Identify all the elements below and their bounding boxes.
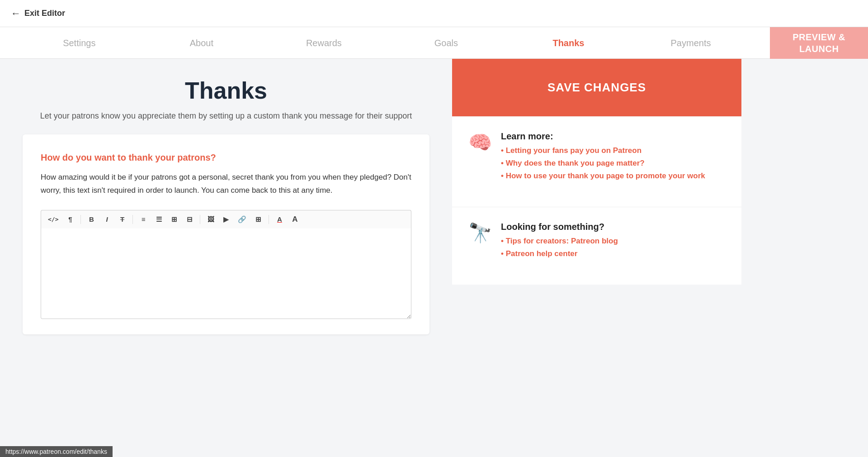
page-subtitle: Let your patrons know you appreciate the… [23,111,429,121]
toolbar-separator-2 [132,215,133,224]
back-arrow-icon: ← [11,8,21,19]
toolbar-separator-1 [80,215,81,224]
nav-item-settings[interactable]: Settings [18,27,141,59]
right-panel: SAVE CHANGES 🧠 Learn more: Letting your … [452,59,741,352]
font-color-btn[interactable]: A [273,214,286,225]
learn-more-link-1[interactable]: Letting your fans pay you on Patreon [501,146,705,155]
save-changes-button[interactable]: SAVE CHANGES [452,59,741,116]
italic-btn[interactable]: I [100,214,113,225]
exit-editor-button[interactable]: ← Exit Editor [11,8,65,19]
learn-more-content: Learn more: Letting your fans pay you on… [501,131,705,184]
learn-more-heading: Learn more: [501,131,705,142]
editor-question: How do you want to thank your patrons? [41,152,411,163]
outdent-btn[interactable]: ⊟ [183,214,196,225]
status-url: https://www.patreon.com/edit/thanks [5,448,107,455]
learn-more-header: 🧠 Learn more: Letting your fans pay you … [468,131,725,184]
video-btn[interactable]: ▶ [219,214,233,225]
nav-item-goals[interactable]: Goals [385,27,508,59]
exit-editor-label: Exit Editor [24,9,65,18]
top-bar: ← Exit Editor [0,0,868,27]
editor-toolbar: </> ¶ B I T ≡ ☰ ⊞ ⊟ 🖼 ▶ 🔗 ⊞ A A [41,210,411,228]
main-nav: Settings About Rewards Goals Thanks Paym… [0,27,868,59]
nav-item-thanks[interactable]: Thanks [507,27,630,59]
learn-more-link-2[interactable]: Why does the thank you page matter? [501,159,705,168]
status-bar: https://www.patreon.com/edit/thanks [0,446,113,457]
align-btn[interactable]: ⊞ [251,214,265,225]
paragraph-btn[interactable]: ¶ [63,214,77,225]
page-title-area: Thanks Let your patrons know you appreci… [23,77,429,121]
link-btn[interactable]: 🔗 [235,214,250,225]
bold-btn[interactable]: B [85,214,98,225]
strike-btn[interactable]: T [115,214,129,225]
ordered-list-btn[interactable]: ☰ [152,214,165,225]
toolbar-separator-4 [269,215,269,224]
nav-item-payments[interactable]: Payments [630,27,752,59]
editor-textarea[interactable] [41,228,411,319]
looking-for-card: 🔭 Looking for something? Tips for creato… [452,207,741,285]
preview-launch-button[interactable]: PREVIEW &LAUNCH [770,27,868,59]
binoculars-icon: 🔭 [468,222,492,244]
unordered-list-btn[interactable]: ≡ [137,214,150,225]
main-content: Thanks Let your patrons know you appreci… [0,59,868,352]
nav-item-about[interactable]: About [141,27,263,59]
editor-description: How amazing would it be if your patrons … [41,171,411,197]
looking-for-content: Looking for something? Tips for creators… [501,222,618,262]
learn-more-card: 🧠 Learn more: Letting your fans pay you … [452,116,741,207]
learn-more-link-3[interactable]: How to use your thank you page to promot… [501,171,705,181]
left-panel: Thanks Let your patrons know you appreci… [0,59,452,352]
looking-for-link-2[interactable]: Patreon help center [501,249,618,258]
indent-btn[interactable]: ⊞ [167,214,181,225]
code-btn[interactable]: </> [45,214,61,224]
page-title: Thanks [23,77,429,104]
nav-items: Settings About Rewards Goals Thanks Paym… [0,27,770,58]
toolbar-separator-3 [200,215,200,224]
looking-for-header: 🔭 Looking for something? Tips for creato… [468,222,725,262]
image-btn[interactable]: 🖼 [204,214,217,225]
editor-card: How do you want to thank your patrons? H… [23,134,429,334]
font-size-btn[interactable]: A [288,213,302,226]
brain-icon: 🧠 [468,131,492,153]
looking-for-link-1[interactable]: Tips for creators: Patreon blog [501,237,618,246]
nav-item-rewards[interactable]: Rewards [263,27,385,59]
looking-for-heading: Looking for something? [501,222,618,232]
